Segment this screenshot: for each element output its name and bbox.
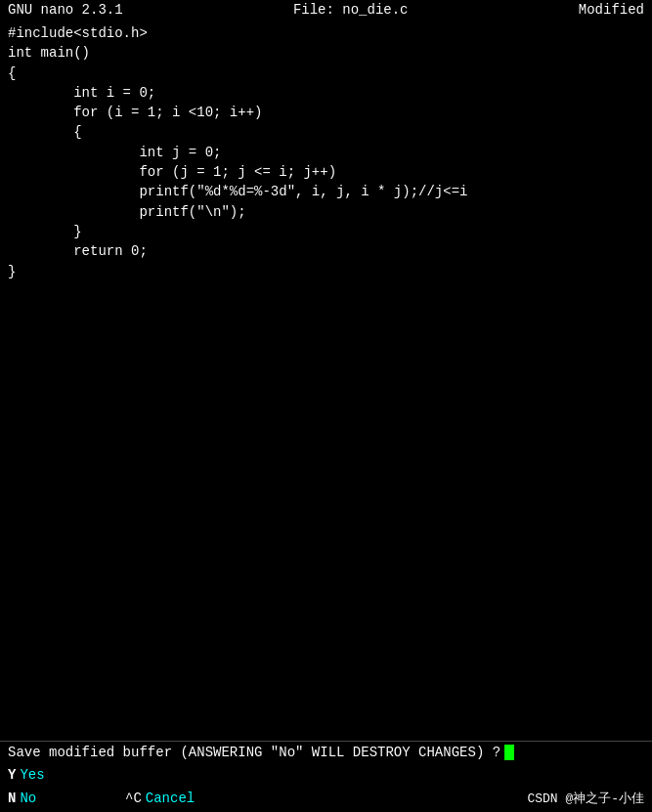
- no-option[interactable]: N No: [0, 789, 117, 808]
- app-name: GNU nano 2.3.1: [8, 2, 123, 18]
- yes-key: Y: [8, 767, 16, 783]
- prompt-text: Save modified buffer (ANSWERING "No" WIL…: [8, 745, 644, 760]
- cancel-option[interactable]: ^C Cancel: [117, 789, 235, 808]
- code-line-11: }: [8, 222, 644, 241]
- code-line-8: for (j = 1; j <= i; j++): [8, 162, 644, 182]
- modified-status: Modified: [579, 2, 644, 18]
- watermark: CSDN @神之子-小佳: [235, 790, 652, 807]
- code-line-5: for (i = 1; i <10; i++): [8, 103, 644, 122]
- code-line-9: printf("%d*%d=%-3d", i, j, i * j);//j<=i: [8, 182, 644, 201]
- yes-label: Yes: [20, 767, 44, 783]
- code-line-12: return 0;: [8, 241, 644, 261]
- options-row2: N No ^C Cancel CSDN @神之子-小佳: [0, 787, 652, 812]
- code-line-7: int j = 0;: [8, 143, 644, 162]
- code-area: #include<stdio.h> int main() { int i = 0…: [0, 20, 652, 741]
- cancel-label: Cancel: [146, 791, 195, 806]
- code-line-10: printf("\n");: [8, 202, 644, 222]
- header-bar: GNU nano 2.3.1 File: no_die.c Modified: [0, 0, 652, 20]
- file-name: File: no_die.c: [293, 2, 409, 18]
- prompt-message: Save modified buffer (ANSWERING "No" WIL…: [8, 745, 500, 760]
- code-line-13: }: [8, 262, 644, 281]
- code-line-1: #include<stdio.h>: [8, 23, 644, 43]
- code-line-2: int main(): [8, 43, 644, 63]
- options-bar: Y Yes: [0, 763, 652, 787]
- cancel-cmd: ^C: [125, 791, 142, 806]
- no-key: N: [8, 791, 16, 806]
- prompt-bar: Save modified buffer (ANSWERING "No" WIL…: [0, 741, 652, 763]
- code-line-6: {: [8, 122, 644, 142]
- code-line-4: int i = 0;: [8, 83, 644, 103]
- no-label: No: [20, 791, 36, 806]
- yes-option[interactable]: Y Yes: [0, 765, 117, 785]
- code-line-3: {: [8, 64, 644, 83]
- cursor: [504, 745, 514, 760]
